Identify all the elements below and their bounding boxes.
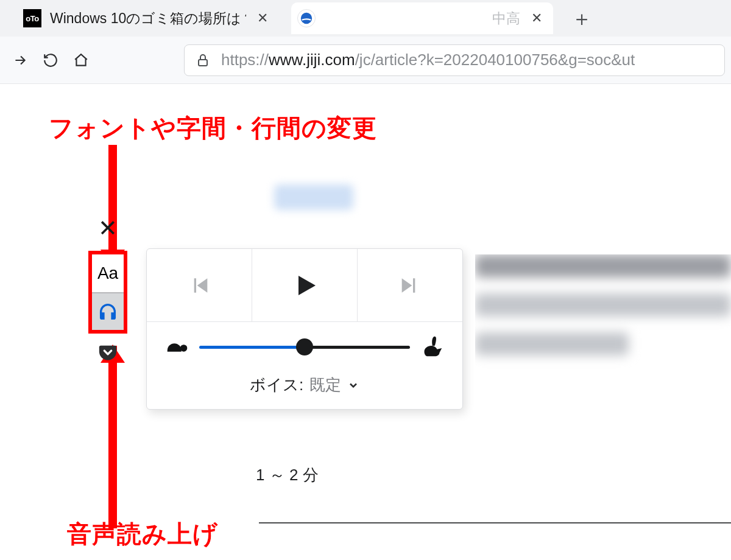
previous-button[interactable]: [147, 249, 252, 321]
next-button[interactable]: [358, 249, 462, 321]
reader-toolbar: ✕ Aa: [88, 217, 127, 363]
url-host: www.jiji.com: [269, 51, 355, 69]
reader-close-button[interactable]: ✕: [98, 217, 118, 240]
article-divider: [259, 522, 731, 523]
skip-previous-icon: [187, 273, 211, 298]
pocket-icon[interactable]: [97, 342, 118, 363]
annotation-font-spacing: フォントや字間・行間の変更: [49, 111, 377, 145]
svg-point-0: [301, 13, 312, 24]
rabbit-icon: [417, 333, 445, 361]
play-icon: [290, 271, 319, 300]
new-tab-button[interactable]: ＋: [565, 8, 598, 29]
url-prefix: https://: [221, 51, 269, 69]
speed-slider-row: [147, 322, 462, 367]
reading-time-estimate: 1 ～ 2 分: [256, 464, 319, 486]
url-bar[interactable]: https://www.jiji.com/jc/article?k=202204…: [184, 44, 725, 76]
turtle-icon: [164, 333, 192, 361]
slider-thumb[interactable]: [296, 338, 313, 355]
tab-strip: oTo Windows 10のゴミ箱の場所は？ ✕ 中高 ✕ ＋: [0, 0, 731, 37]
favicon-oto: oTo: [23, 9, 41, 27]
url-text: https://www.jiji.com/jc/article?k=202204…: [221, 51, 635, 69]
read-aloud-button[interactable]: [92, 292, 124, 330]
play-button[interactable]: [252, 249, 358, 321]
home-button[interactable]: [68, 47, 94, 73]
playback-controls: [147, 249, 462, 322]
blurred-article-text: [475, 254, 731, 376]
tab-title: Windows 10のゴミ箱の場所は？: [50, 9, 246, 28]
url-path: /jc/article?k=2022040100756&g=soc&ut: [355, 51, 635, 69]
navigation-bar: https://www.jiji.com/jc/article?k=202204…: [0, 37, 731, 84]
annotation-arrow-up-icon: [108, 346, 117, 528]
voice-selector[interactable]: ボイス: 既定: [147, 367, 462, 409]
annotation-read-aloud: 音声読み上げ: [67, 517, 218, 551]
lock-icon: [196, 53, 210, 68]
annotation-highlight-box: Aa: [88, 251, 127, 334]
skip-next-icon: [398, 273, 422, 298]
forward-button[interactable]: [7, 47, 33, 73]
blurred-logo-placeholder: [274, 184, 353, 210]
reload-button[interactable]: [38, 47, 63, 73]
voice-label: ボイス:: [250, 374, 303, 396]
speed-slider[interactable]: [199, 337, 410, 357]
tab-jiji-article[interactable]: 中高 ✕: [291, 2, 553, 34]
svg-point-2: [180, 345, 188, 352]
text-settings-button[interactable]: Aa: [92, 254, 124, 292]
tab-title-faded: 中高: [492, 9, 520, 28]
tab-windows10-recycle-bin[interactable]: oTo Windows 10のゴミ箱の場所は？ ✕: [17, 2, 279, 34]
chevron-down-icon: [347, 379, 359, 391]
headphones-icon: [97, 301, 118, 322]
close-icon[interactable]: ✕: [255, 10, 270, 26]
favicon-jiji: [297, 9, 316, 27]
page-content: フォントや字間・行間の変更 音声読み上げ ✕ Aa: [0, 84, 731, 560]
text-settings-label: Aa: [97, 264, 118, 283]
read-aloud-panel: ボイス: 既定: [146, 248, 463, 410]
voice-value: 既定: [309, 374, 341, 396]
svg-rect-1: [199, 60, 207, 66]
close-icon[interactable]: ✕: [529, 10, 545, 26]
